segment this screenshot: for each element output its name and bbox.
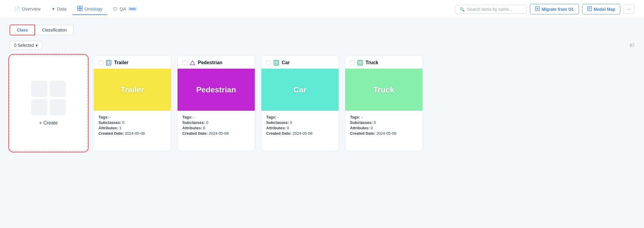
svg-rect-1: [80, 6, 82, 8]
class-card-car: Car Car Tags: - Subclasses: 0 Attributes…: [261, 55, 339, 151]
pedestrian-title: Pedestrian: [198, 60, 222, 65]
pedestrian-created-date: Created Date: 2024-05-08: [182, 131, 250, 136]
pedestrian-image-label: Pedestrian: [196, 85, 236, 94]
trailer-tags: Tags: -: [99, 115, 166, 119]
trailer-body: Tags: - Subclasses: 0 Attributes: 1 Crea…: [94, 111, 171, 140]
placeholder-icon-1: [31, 81, 47, 97]
svg-rect-11: [106, 60, 111, 65]
car-tags: Tags: -: [266, 115, 334, 119]
model-map-label: Model Map: [594, 7, 615, 12]
selected-label: 0 Selected: [14, 43, 34, 48]
class-card-car-header: Car: [261, 56, 339, 69]
pedestrian-checkbox[interactable]: [182, 60, 187, 65]
create-label: + Create: [39, 120, 58, 126]
truck-created-date: Created Date: 2024-05-08: [350, 131, 418, 136]
svg-rect-2: [78, 9, 80, 11]
car-title: Car: [282, 60, 290, 65]
car-image-label: Car: [293, 85, 306, 94]
tab-classification[interactable]: Classification: [35, 25, 73, 35]
pedestrian-type-icon: [190, 60, 196, 66]
nav-tab-data-label: Data: [57, 6, 67, 11]
nav-tab-ontology[interactable]: Ontology: [72, 3, 107, 15]
truck-type-icon: [357, 60, 363, 66]
selected-dropdown[interactable]: 0 Selected ▾: [10, 41, 42, 50]
pedestrian-body: Tags: - Subclasses: 0 Attributes: 0 Crea…: [178, 111, 255, 140]
search-icon: 🔍: [460, 7, 465, 12]
class-card-pedestrian-header: Pedestrian: [178, 56, 255, 69]
chevron-down-icon: ▾: [36, 43, 38, 48]
model-map-icon: [587, 6, 592, 12]
svg-rect-14: [274, 60, 279, 65]
truck-subclasses: Subclasses: 0: [350, 120, 418, 125]
svg-marker-13: [190, 61, 195, 65]
truck-image-label: Truck: [373, 85, 394, 94]
svg-rect-15: [275, 62, 278, 64]
search-box[interactable]: 🔍 Search items by name...: [455, 5, 527, 14]
selected-row: 0 Selected ▾ 🏷: [10, 41, 634, 50]
class-card-pedestrian: Pedestrian Pedestrian Tags: - Subclasses…: [177, 55, 255, 151]
beta-badge: beta: [128, 7, 137, 11]
car-type-icon: [273, 60, 279, 66]
truck-body: Tags: - Subclasses: 0 Attributes: 0 Crea…: [345, 111, 422, 140]
create-card[interactable]: + Create: [10, 55, 87, 151]
pedestrian-tags: Tags: -: [182, 115, 250, 119]
car-subclasses: Subclasses: 0: [266, 120, 334, 125]
tag-icon: 🏷: [630, 43, 634, 48]
placeholder-icon-3: [31, 99, 47, 116]
car-image[interactable]: Car: [261, 69, 339, 111]
migrate-icon: [535, 6, 540, 12]
truck-tags: Tags: -: [350, 115, 418, 119]
trailer-created-date: Created Date: 2024-05-08: [99, 131, 166, 136]
class-card-trailer-header: Trailer: [94, 56, 171, 69]
trailer-attributes: Attributes: 1: [99, 126, 166, 130]
car-checkbox[interactable]: [266, 60, 271, 65]
header-actions: 🔍 Search items by name... Migrate from O…: [455, 4, 634, 14]
pedestrian-image[interactable]: Pedestrian: [178, 69, 255, 111]
more-icon: ···: [627, 6, 631, 12]
cards-grid: + Create Trailer Trailer Tags: - Subclas…: [10, 55, 634, 151]
doc-icon: 📄: [14, 6, 20, 12]
migrate-button[interactable]: Migrate from O1: [530, 4, 579, 14]
pedestrian-subclasses: Subclasses: 0: [182, 120, 250, 125]
class-card-truck: Truck Truck Tags: - Subclasses: 0 Attrib…: [345, 55, 423, 151]
main-content: Class Classification 0 Selected ▾ 🏷 + Cr…: [0, 19, 644, 157]
search-placeholder: Search items by name...: [467, 7, 512, 12]
nav-tab-overview[interactable]: 📄 Overview: [10, 4, 46, 15]
placeholder-icon-2: [50, 81, 66, 97]
truck-image[interactable]: Truck: [345, 69, 422, 111]
trailer-image[interactable]: Trailer: [94, 69, 171, 111]
check-shield-icon: 🛡: [113, 6, 118, 11]
nav-tab-data[interactable]: ✦ Data: [47, 4, 72, 15]
grid-icon: [77, 6, 83, 12]
car-created-date: Created Date: 2024-05-08: [266, 131, 334, 136]
trailer-image-label: Trailer: [121, 85, 144, 94]
car-body: Tags: - Subclasses: 0 Attributes: 0 Crea…: [261, 111, 339, 140]
truck-attributes: Attributes: 0: [350, 126, 418, 130]
truck-title: Truck: [366, 60, 378, 65]
nav-tab-ontology-label: Ontology: [84, 6, 102, 11]
pedestrian-attributes: Attributes: 0: [182, 126, 250, 130]
truck-checkbox[interactable]: [350, 60, 355, 65]
diamond-icon: ✦: [51, 6, 55, 12]
svg-rect-16: [358, 60, 363, 65]
trailer-checkbox[interactable]: [99, 60, 103, 65]
nav-tab-qa[interactable]: 🛡 QA beta: [108, 4, 142, 14]
trailer-title: Trailer: [114, 60, 128, 65]
svg-rect-3: [80, 9, 82, 11]
class-card-trailer: Trailer Trailer Tags: - Subclasses: 0 At…: [93, 55, 171, 151]
more-button[interactable]: ···: [623, 4, 634, 14]
trailer-type-icon: [106, 60, 112, 66]
svg-rect-12: [107, 62, 110, 64]
class-card-truck-header: Truck: [345, 56, 422, 69]
model-map-button[interactable]: Model Map: [582, 4, 620, 14]
car-attributes: Attributes: 0: [266, 126, 334, 130]
create-card-placeholder-icons: [31, 81, 66, 116]
tab-bar: Class Classification: [10, 25, 634, 35]
nav-tab-overview-label: Overview: [22, 6, 41, 11]
tab-class[interactable]: Class: [10, 25, 35, 35]
nav-tab-qa-label: QA: [119, 6, 126, 11]
header: 📄 Overview ✦ Data Ontology 🛡 QA beta: [0, 0, 644, 19]
migrate-label: Migrate from O1: [542, 7, 574, 12]
svg-rect-0: [78, 6, 80, 8]
svg-rect-17: [359, 62, 361, 64]
